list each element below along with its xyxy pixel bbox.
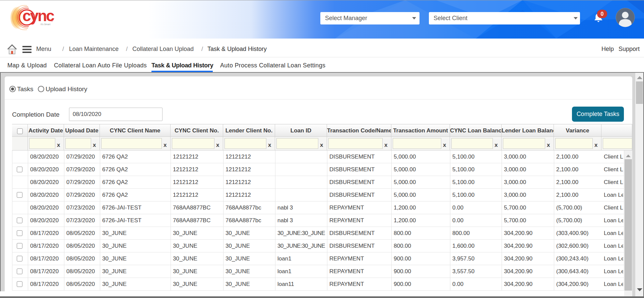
svg-text:cync: cync (22, 7, 54, 24)
svg-text:®: ® (51, 19, 53, 22)
svg-text:It's Smart: It's Smart (41, 23, 50, 25)
